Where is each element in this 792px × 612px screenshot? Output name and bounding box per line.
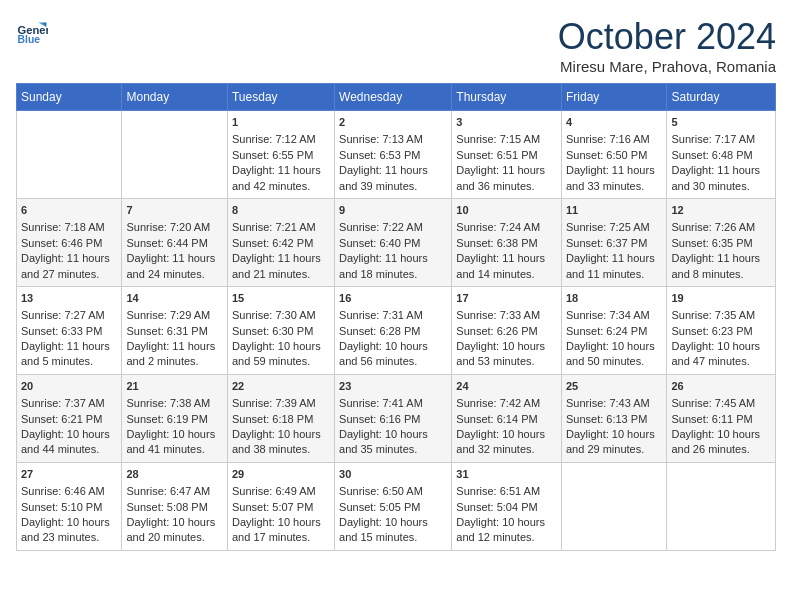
calendar-cell: 15Sunrise: 7:30 AMSunset: 6:30 PMDayligh… <box>227 286 334 374</box>
day-number: 10 <box>456 203 557 218</box>
sunrise-text: Sunrise: 6:46 AM <box>21 484 117 499</box>
sunset-text: Sunset: 6:26 PM <box>456 324 557 339</box>
day-number: 17 <box>456 291 557 306</box>
calendar-cell: 5Sunrise: 7:17 AMSunset: 6:48 PMDaylight… <box>667 111 776 199</box>
sunrise-text: Sunrise: 6:47 AM <box>126 484 222 499</box>
day-number: 15 <box>232 291 330 306</box>
sunrise-text: Sunrise: 7:15 AM <box>456 132 557 147</box>
daylight-text: Daylight: 11 hours and 21 minutes. <box>232 251 330 282</box>
daylight-text: Daylight: 10 hours and 53 minutes. <box>456 339 557 370</box>
daylight-text: Daylight: 11 hours and 18 minutes. <box>339 251 447 282</box>
day-number: 28 <box>126 467 222 482</box>
sunrise-text: Sunrise: 7:38 AM <box>126 396 222 411</box>
daylight-text: Daylight: 10 hours and 12 minutes. <box>456 515 557 546</box>
week-row-5: 27Sunrise: 6:46 AMSunset: 5:10 PMDayligh… <box>17 462 776 550</box>
day-number: 19 <box>671 291 771 306</box>
day-number: 3 <box>456 115 557 130</box>
svg-text:Blue: Blue <box>18 34 41 45</box>
sunrise-text: Sunrise: 6:49 AM <box>232 484 330 499</box>
daylight-text: Daylight: 11 hours and 5 minutes. <box>21 339 117 370</box>
page-header: General Blue October 2024 Miresu Mare, P… <box>16 16 776 75</box>
day-number: 6 <box>21 203 117 218</box>
sunset-text: Sunset: 6:55 PM <box>232 148 330 163</box>
week-row-4: 20Sunrise: 7:37 AMSunset: 6:21 PMDayligh… <box>17 374 776 462</box>
sunset-text: Sunset: 6:37 PM <box>566 236 662 251</box>
sunset-text: Sunset: 6:46 PM <box>21 236 117 251</box>
daylight-text: Daylight: 11 hours and 8 minutes. <box>671 251 771 282</box>
calendar-cell: 22Sunrise: 7:39 AMSunset: 6:18 PMDayligh… <box>227 374 334 462</box>
sunrise-text: Sunrise: 7:30 AM <box>232 308 330 323</box>
sunset-text: Sunset: 6:40 PM <box>339 236 447 251</box>
sunrise-text: Sunrise: 7:31 AM <box>339 308 447 323</box>
calendar-cell <box>17 111 122 199</box>
month-title: October 2024 <box>558 16 776 58</box>
daylight-text: Daylight: 11 hours and 27 minutes. <box>21 251 117 282</box>
sunrise-text: Sunrise: 7:35 AM <box>671 308 771 323</box>
daylight-text: Daylight: 10 hours and 38 minutes. <box>232 427 330 458</box>
week-row-3: 13Sunrise: 7:27 AMSunset: 6:33 PMDayligh… <box>17 286 776 374</box>
daylight-text: Daylight: 11 hours and 33 minutes. <box>566 163 662 194</box>
logo: General Blue <box>16 16 48 48</box>
sunset-text: Sunset: 6:24 PM <box>566 324 662 339</box>
sunrise-text: Sunrise: 7:17 AM <box>671 132 771 147</box>
day-number: 1 <box>232 115 330 130</box>
daylight-text: Daylight: 11 hours and 24 minutes. <box>126 251 222 282</box>
day-header-thursday: Thursday <box>452 84 562 111</box>
sunrise-text: Sunrise: 6:50 AM <box>339 484 447 499</box>
calendar-cell: 16Sunrise: 7:31 AMSunset: 6:28 PMDayligh… <box>335 286 452 374</box>
sunrise-text: Sunrise: 7:43 AM <box>566 396 662 411</box>
calendar-cell: 23Sunrise: 7:41 AMSunset: 6:16 PMDayligh… <box>335 374 452 462</box>
sunset-text: Sunset: 6:44 PM <box>126 236 222 251</box>
daylight-text: Daylight: 10 hours and 23 minutes. <box>21 515 117 546</box>
sunset-text: Sunset: 6:23 PM <box>671 324 771 339</box>
sunrise-text: Sunrise: 7:21 AM <box>232 220 330 235</box>
sunrise-text: Sunrise: 7:39 AM <box>232 396 330 411</box>
calendar-cell: 26Sunrise: 7:45 AMSunset: 6:11 PMDayligh… <box>667 374 776 462</box>
sunset-text: Sunset: 6:16 PM <box>339 412 447 427</box>
calendar-cell: 11Sunrise: 7:25 AMSunset: 6:37 PMDayligh… <box>561 198 666 286</box>
sunset-text: Sunset: 5:08 PM <box>126 500 222 515</box>
sunset-text: Sunset: 6:30 PM <box>232 324 330 339</box>
sunset-text: Sunset: 6:11 PM <box>671 412 771 427</box>
sunrise-text: Sunrise: 7:41 AM <box>339 396 447 411</box>
calendar-cell: 30Sunrise: 6:50 AMSunset: 5:05 PMDayligh… <box>335 462 452 550</box>
sunset-text: Sunset: 6:42 PM <box>232 236 330 251</box>
calendar-cell: 6Sunrise: 7:18 AMSunset: 6:46 PMDaylight… <box>17 198 122 286</box>
daylight-text: Daylight: 10 hours and 50 minutes. <box>566 339 662 370</box>
calendar-cell: 10Sunrise: 7:24 AMSunset: 6:38 PMDayligh… <box>452 198 562 286</box>
calendar-cell: 24Sunrise: 7:42 AMSunset: 6:14 PMDayligh… <box>452 374 562 462</box>
calendar-cell: 21Sunrise: 7:38 AMSunset: 6:19 PMDayligh… <box>122 374 227 462</box>
daylight-text: Daylight: 10 hours and 32 minutes. <box>456 427 557 458</box>
day-number: 7 <box>126 203 222 218</box>
day-number: 29 <box>232 467 330 482</box>
sunrise-text: Sunrise: 7:27 AM <box>21 308 117 323</box>
daylight-text: Daylight: 11 hours and 36 minutes. <box>456 163 557 194</box>
daylight-text: Daylight: 10 hours and 20 minutes. <box>126 515 222 546</box>
daylight-text: Daylight: 10 hours and 44 minutes. <box>21 427 117 458</box>
sunset-text: Sunset: 6:48 PM <box>671 148 771 163</box>
daylight-text: Daylight: 10 hours and 15 minutes. <box>339 515 447 546</box>
day-number: 27 <box>21 467 117 482</box>
day-number: 21 <box>126 379 222 394</box>
day-number: 11 <box>566 203 662 218</box>
day-number: 14 <box>126 291 222 306</box>
day-number: 24 <box>456 379 557 394</box>
sunrise-text: Sunrise: 7:16 AM <box>566 132 662 147</box>
day-number: 16 <box>339 291 447 306</box>
sunrise-text: Sunrise: 6:51 AM <box>456 484 557 499</box>
calendar-cell: 7Sunrise: 7:20 AMSunset: 6:44 PMDaylight… <box>122 198 227 286</box>
sunrise-text: Sunrise: 7:33 AM <box>456 308 557 323</box>
calendar-cell: 14Sunrise: 7:29 AMSunset: 6:31 PMDayligh… <box>122 286 227 374</box>
sunrise-text: Sunrise: 7:37 AM <box>21 396 117 411</box>
sunset-text: Sunset: 6:51 PM <box>456 148 557 163</box>
calendar-table: SundayMondayTuesdayWednesdayThursdayFrid… <box>16 83 776 551</box>
sunset-text: Sunset: 5:04 PM <box>456 500 557 515</box>
daylight-text: Daylight: 10 hours and 47 minutes. <box>671 339 771 370</box>
sunrise-text: Sunrise: 7:42 AM <box>456 396 557 411</box>
daylight-text: Daylight: 10 hours and 41 minutes. <box>126 427 222 458</box>
day-header-monday: Monday <box>122 84 227 111</box>
day-number: 8 <box>232 203 330 218</box>
sunset-text: Sunset: 6:19 PM <box>126 412 222 427</box>
calendar-cell: 2Sunrise: 7:13 AMSunset: 6:53 PMDaylight… <box>335 111 452 199</box>
day-number: 30 <box>339 467 447 482</box>
